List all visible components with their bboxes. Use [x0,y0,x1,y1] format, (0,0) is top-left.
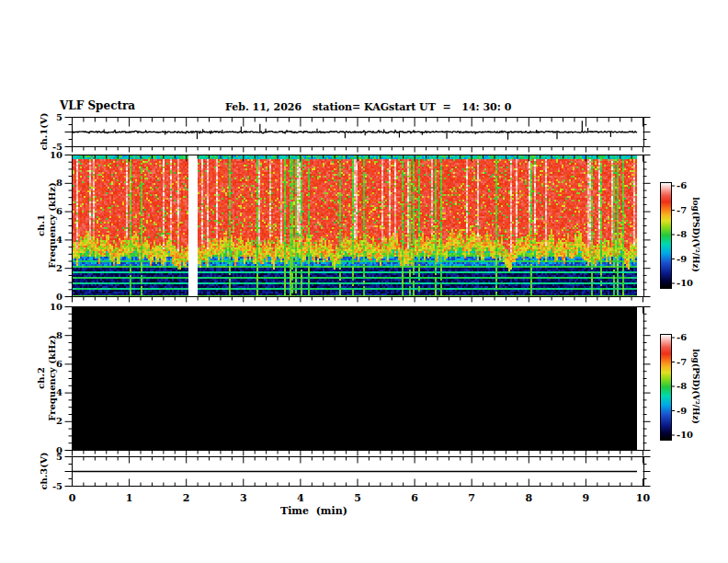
ch1-spectrogram-image [73,155,643,296]
time-tick-label: 4 [287,493,314,504]
ch1-spec-channel-label: ch.1 [36,214,46,236]
ch3-waveform-trace [73,457,643,486]
ch2-freq-tick-label: 4 [26,387,63,398]
colorbar-tick-label: -10 [677,430,693,441]
ch3-waveform-panel [72,456,644,487]
time-tick-label: 7 [458,493,485,504]
ch1-freq-tick-label: 8 [26,178,63,189]
ch1-spec-freq-axis-label: Frequency (kHz) [47,182,57,268]
colorbar-tick-label: -6 [677,332,687,343]
ch1-freq-tick-label: 2 [26,263,63,274]
colorbar-tick-label: -8 [677,381,687,392]
colorbar-tick-label: -9 [677,406,687,417]
start-ut-label: start UT = 14: 30: 0 [389,102,511,113]
vlf-spectra-screen: VLF Spectra Feb. 11, 2026 station= KAG s… [0,0,728,563]
ch1-volt-tick-label: 5 [26,112,63,123]
ch3-volt-tick-label: -5 [26,481,63,492]
ch1-freq-tick-label: 6 [26,206,63,217]
time-tick-label: 2 [173,493,200,504]
time-axis-title: Time (min) [280,505,347,517]
time-tick-label: 0 [59,493,86,504]
ch2-spec-freq-axis-label: Frequency (kHz) [47,335,57,420]
ch1-colorbar-label: log(PSD)(V²/Hz) [691,197,700,272]
ch1-freq-tick-label: 4 [26,235,63,246]
time-tick-label: 10 [630,493,657,504]
ch1-waveform-panel [72,117,644,147]
ch2-freq-tick-label: 10 [26,302,63,313]
colorbar-tick-label: -6 [677,180,687,191]
ch2-freq-tick-label: 6 [26,359,63,370]
colorbar-tick-label: -7 [677,357,687,368]
colorbar-tick-label: -7 [677,205,687,216]
colorbar-tick-label: -10 [677,278,693,289]
ch2-freq-tick-label: 8 [26,330,63,341]
ch1-volt-tick-label: -5 [26,142,63,153]
ch1-waveform-trace [73,118,643,146]
time-tick-label: 5 [344,493,371,504]
ch3-volt-tick-label: 5 [26,452,63,463]
page-title: VLF Spectra [60,100,135,111]
ch2-spectrogram-image [73,307,643,450]
colorbar-tick-label: -9 [677,254,687,265]
time-tick-label: 9 [572,493,599,504]
ch1-colorbar [660,182,672,289]
time-tick-label: 6 [401,493,428,504]
ch1-spectrogram-panel [72,155,644,297]
time-tick-label: 3 [230,493,257,504]
ch2-colorbar [660,334,672,441]
ch2-colorbar-label: log(PSD)(V²/Hz) [691,349,700,424]
time-tick-label: 1 [116,493,143,504]
station-label: station= KAG [313,102,389,113]
ch2-spectrogram-panel [72,306,644,451]
ch2-spec-channel-label: ch.2 [36,367,46,389]
time-tick-label: 8 [515,493,542,504]
ch2-freq-tick-label: 2 [26,416,63,427]
date-label: Feb. 11, 2026 [225,102,301,113]
colorbar-tick-label: -8 [677,229,687,240]
